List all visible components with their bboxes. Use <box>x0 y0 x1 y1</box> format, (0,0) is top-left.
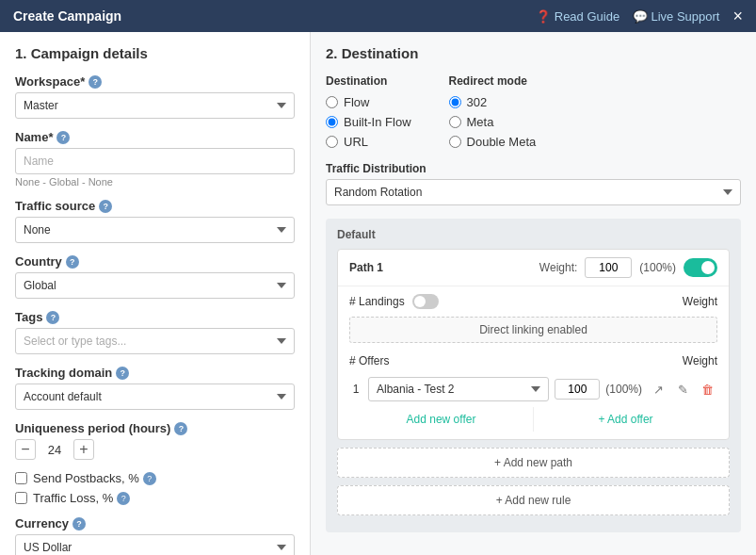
add-new-path-button[interactable]: + Add new path <box>337 448 730 478</box>
read-guide-link[interactable]: ❓ Read Guide <box>536 9 619 24</box>
landings-label: # Landings <box>349 295 405 308</box>
live-support-link[interactable]: 💬 Live Support <box>633 9 719 24</box>
traffic-source-help-icon[interactable]: ? <box>99 200 112 213</box>
add-new-rule-button[interactable]: + Add new rule <box>337 485 730 515</box>
destination-col-title: Destination <box>326 74 411 88</box>
landings-weight-label: Weight <box>683 295 717 308</box>
uniqueness-decrement-button[interactable]: − <box>15 439 36 460</box>
destination-flow-label: Flow <box>344 95 369 109</box>
path-weight-input[interactable] <box>585 257 632 278</box>
offer-weight-input[interactable] <box>555 379 600 400</box>
tags-help-icon[interactable]: ? <box>46 311 59 324</box>
traffic-source-select[interactable]: None <box>15 217 295 243</box>
offers-weight-label: Weight <box>683 354 717 367</box>
offers-label: # Offers <box>349 354 683 367</box>
country-help-icon[interactable]: ? <box>66 255 79 269</box>
traffic-loss-label: Traffic Loss, % ? <box>33 491 130 505</box>
offer-delete-button[interactable]: 🗑 <box>697 379 717 400</box>
traffic-dist-label: Traffic Distribution <box>326 162 741 175</box>
destination-builtin-radio[interactable] <box>326 116 338 128</box>
offer-edit-button[interactable]: ✎ <box>672 379 693 400</box>
uniqueness-value: 24 <box>43 443 66 457</box>
redirect-meta-radio[interactable] <box>449 116 461 128</box>
send-postbacks-checkbox[interactable] <box>15 472 27 484</box>
path-weight-percent: (100%) <box>639 261 676 274</box>
traffic-loss-checkbox[interactable] <box>15 492 27 504</box>
weight-label: Weight: <box>539 261 577 274</box>
offer-percent: (100%) <box>605 383 642 396</box>
landings-toggle-slider <box>412 294 439 309</box>
name-help-icon[interactable]: ? <box>56 131 70 144</box>
path-toggle[interactable] <box>684 258 717 277</box>
tracking-domain-help-icon[interactable]: ? <box>116 367 129 380</box>
send-postbacks-help-icon[interactable]: ? <box>143 472 156 485</box>
offer-number: 1 <box>349 383 362 396</box>
redirect-302-radio[interactable] <box>449 96 461 108</box>
name-hint: None - Global - None <box>15 176 295 188</box>
landings-toggle[interactable] <box>412 294 439 309</box>
name-input[interactable] <box>15 148 295 174</box>
send-postbacks-label: Send Postbacks, % ? <box>33 471 156 485</box>
modal-title: Create Campaign <box>13 8 121 24</box>
toggle-slider <box>684 258 717 277</box>
tags-select[interactable]: Select or type tags... <box>15 328 295 354</box>
workspace-help-icon[interactable]: ? <box>88 75 102 89</box>
redirect-meta-label: Meta <box>467 115 494 129</box>
path-title: Path 1 <box>349 261 532 274</box>
currency-help-icon[interactable]: ? <box>72 517 86 531</box>
destination-builtin-label: Built-In Flow <box>344 115 411 129</box>
traffic-loss-help-icon[interactable]: ? <box>117 492 130 505</box>
tags-label: Tags <box>15 310 42 324</box>
redirect-double-meta-radio[interactable] <box>449 136 461 148</box>
destination-flow-radio[interactable] <box>326 96 338 108</box>
country-label: Country <box>15 254 62 269</box>
redirect-double-meta-label: Double Meta <box>467 135 537 149</box>
currency-label: Currency <box>15 516 69 531</box>
tracking-domain-label: Tracking domain <box>15 366 112 380</box>
destination-url-label: URL <box>344 135 368 149</box>
close-button[interactable]: × <box>732 8 743 24</box>
chat-icon: 💬 <box>633 9 648 24</box>
redirect-mode-col-title: Redirect mode <box>449 74 537 88</box>
offer-row: 1 Albania - Test 2 (100%) ↗ ✎ 🗑 <box>349 377 717 401</box>
add-offer-button[interactable]: + Add offer <box>534 407 717 432</box>
workspace-label: Workspace* <box>15 74 85 89</box>
offer-select[interactable]: Albania - Test 2 <box>368 377 549 401</box>
uniqueness-label: Uniqueness period (hours) <box>15 421 170 435</box>
traffic-source-label: Traffic source <box>15 199 95 213</box>
traffic-dist-select[interactable]: Random Rotation <box>326 179 741 205</box>
destination-url-radio[interactable] <box>326 136 338 148</box>
country-select[interactable]: Global <box>15 272 295 299</box>
name-label: Name* <box>15 130 53 144</box>
uniqueness-help-icon[interactable]: ? <box>174 422 187 435</box>
direct-link-button[interactable]: Direct linking enabled <box>349 317 717 343</box>
workspace-select[interactable]: Master <box>15 92 295 119</box>
question-icon: ❓ <box>536 9 551 24</box>
default-label: Default <box>337 228 730 241</box>
offer-external-link-button[interactable]: ↗ <box>648 379 668 400</box>
tracking-domain-select[interactable]: Account default <box>15 384 295 410</box>
currency-select[interactable]: US Dollar <box>15 534 295 555</box>
redirect-302-label: 302 <box>467 95 488 109</box>
uniqueness-increment-button[interactable]: + <box>73 439 94 460</box>
add-new-offer-button[interactable]: Add new offer <box>349 407 534 432</box>
left-section-title: 1. Campaign details <box>15 45 295 61</box>
right-section-title: 2. Destination <box>326 45 741 61</box>
